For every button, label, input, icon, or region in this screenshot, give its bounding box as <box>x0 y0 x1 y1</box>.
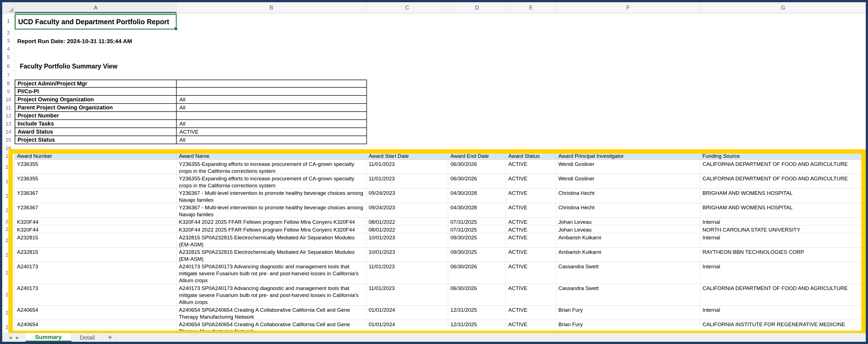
filter-label[interactable]: Project Owning Organization <box>15 96 177 104</box>
tab-summary[interactable]: Summary <box>26 333 71 342</box>
cell-award-status[interactable]: ACTIVE <box>506 218 556 225</box>
tab-detail[interactable]: Detail <box>71 333 103 342</box>
cell-award-name[interactable]: A240654 SP0A240654 Creating A Collaborat… <box>177 320 366 333</box>
filter-value[interactable]: All <box>177 136 367 144</box>
awards-header-pi[interactable]: Award Principal Investigator <box>556 152 700 160</box>
cell-award-start-date[interactable]: 09/24/2023 <box>366 203 448 218</box>
cell-award-end-date[interactable]: 04/30/2028 <box>448 203 506 218</box>
cell-award-start-date[interactable]: 01/01/2024 <box>366 306 448 320</box>
cell-award-number[interactable]: K320F44 <box>15 225 177 233</box>
filter-label[interactable]: PI/Co-PI <box>15 88 177 96</box>
row-number[interactable]: 27 <box>2 284 15 306</box>
cell-award-end-date[interactable]: 04/30/2028 <box>448 189 506 203</box>
row-number[interactable]: 11 <box>2 104 15 112</box>
cell-award-end-date[interactable]: 06/30/2026 <box>448 174 506 189</box>
row-number[interactable]: 22 <box>2 218 15 225</box>
filter-value[interactable]: All <box>177 104 367 112</box>
row-number[interactable]: 8 <box>2 80 15 88</box>
cell-award-status[interactable]: ACTIVE <box>506 248 556 262</box>
column-header-c[interactable]: C <box>366 2 448 13</box>
cell-award-pi[interactable]: Johan Leveau <box>556 225 700 233</box>
awards-header-award-name[interactable]: Award Name <box>177 152 366 160</box>
row-number[interactable]: 16 <box>2 144 15 152</box>
row-number[interactable]: 29 <box>2 320 15 333</box>
cell-award-number[interactable]: Y236367 <box>15 203 177 218</box>
column-header-e[interactable]: E <box>506 2 556 13</box>
cell-award-name[interactable]: A240654 SP0A240654 Creating A Collaborat… <box>177 306 366 320</box>
filter-value[interactable] <box>177 80 367 88</box>
cell-award-start-date[interactable]: 11/01/2023 <box>366 174 448 189</box>
cell-award-end-date[interactable]: 07/31/2025 <box>448 225 506 233</box>
awards-header-award-number[interactable]: Award Number <box>15 152 177 160</box>
cell-award-number[interactable]: K320F44 <box>15 218 177 225</box>
cell-award-funding-source[interactable]: CALIFORNIA DEPARTMENT OF FOOD AND AGRICU… <box>700 284 866 306</box>
cell-award-funding-source[interactable]: Internal <box>700 218 866 225</box>
filter-value[interactable]: All <box>177 120 367 128</box>
cell-award-number[interactable]: A240173 <box>15 262 177 284</box>
cell-award-name[interactable]: A240173 SP0A240173 Advancing diagnostic … <box>177 284 366 306</box>
cell-award-pi[interactable]: Ambarish Kulkarni <box>556 248 700 262</box>
cell-award-status[interactable]: ACTIVE <box>506 160 556 174</box>
cell-award-pi[interactable]: Wendi Gosliner <box>556 160 700 174</box>
cell-award-name[interactable]: Y236355-Expanding efforts to increase pr… <box>177 174 366 189</box>
row-number[interactable]: 20 <box>2 189 15 203</box>
select-all-corner[interactable] <box>2 2 15 13</box>
filter-label[interactable]: Project Status <box>15 136 177 144</box>
cell-award-name[interactable]: A240173 SP0A240173 Advancing diagnostic … <box>177 262 366 284</box>
cell-award-status[interactable]: ACTIVE <box>506 284 556 306</box>
cell-award-status[interactable]: ACTIVE <box>506 306 556 320</box>
filter-value[interactable]: All <box>177 96 367 104</box>
cell-award-funding-source[interactable]: Internal <box>700 306 866 320</box>
cell-award-pi[interactable]: Brian Fury <box>556 320 700 333</box>
row-number[interactable]: 1 <box>2 13 15 29</box>
row-number[interactable]: 5 <box>2 53 15 61</box>
cell-award-status[interactable]: ACTIVE <box>506 174 556 189</box>
cell-award-pi[interactable]: Johan Leveau <box>556 218 700 225</box>
cell-award-status[interactable]: ACTIVE <box>506 233 556 248</box>
cell-award-name[interactable]: K320F44 2022 2025 FFAR Fellows program F… <box>177 225 366 233</box>
filter-label[interactable]: Project Number <box>15 112 177 120</box>
awards-header-start-date[interactable]: Award Start Date <box>366 152 448 160</box>
row-number[interactable]: 12 <box>2 112 15 120</box>
cell-award-start-date[interactable]: 01/01/2024 <box>366 320 448 333</box>
cell-award-funding-source[interactable]: BRIGHAM AND WOMENS HOSPITAL <box>700 189 866 203</box>
filter-label[interactable]: Project Admin/Project Mgr <box>15 80 177 88</box>
cell-award-funding-source[interactable]: Internal <box>700 233 866 248</box>
tab-scroll-left-icon[interactable]: ◀ <box>7 335 14 340</box>
column-header-g[interactable]: G <box>700 2 866 13</box>
cell-award-end-date[interactable]: 09/30/2025 <box>448 233 506 248</box>
cell-award-number[interactable]: A232815 <box>15 248 177 262</box>
cell-award-funding-source[interactable]: CALIFORNIA DEPARTMENT OF FOOD AND AGRICU… <box>700 160 866 174</box>
cell-award-start-date[interactable]: 11/01/2023 <box>366 160 448 174</box>
cell-award-funding-source[interactable]: BRIGHAM AND WOMENS HOSPITAL <box>700 203 866 218</box>
cell-award-status[interactable]: ACTIVE <box>506 189 556 203</box>
cell-award-number[interactable]: A240654 <box>15 320 177 333</box>
cell-award-name[interactable]: Y236367 - Multi-level intervention to pr… <box>177 203 366 218</box>
row-number[interactable]: 21 <box>2 203 15 218</box>
row-number[interactable]: 13 <box>2 120 15 128</box>
cell-award-status[interactable]: ACTIVE <box>506 225 556 233</box>
cell-award-number[interactable]: Y236367 <box>15 189 177 203</box>
row-number[interactable]: 28 <box>2 306 15 320</box>
cell-award-end-date[interactable]: 06/30/2026 <box>448 284 506 306</box>
tab-scroll-right-icon[interactable]: ▶ <box>14 335 21 340</box>
row-number[interactable]: 3 <box>2 37 15 45</box>
cell-award-number[interactable]: Y236355 <box>15 160 177 174</box>
row-number[interactable]: 14 <box>2 128 15 136</box>
column-header-b[interactable]: B <box>177 2 366 13</box>
cell-award-end-date[interactable]: 06/30/2026 <box>448 160 506 174</box>
cell-award-pi[interactable]: Cassandra Swett <box>556 262 700 284</box>
row-number[interactable]: 6 <box>2 61 15 71</box>
add-sheet-button[interactable]: + <box>103 333 117 342</box>
cell-award-funding-source[interactable]: CALIFORNIA INSTITUTE FOR REGENERATIVE ME… <box>700 320 866 333</box>
cell-award-number[interactable]: Y236355 <box>15 174 177 189</box>
cell-award-end-date[interactable]: 07/31/2025 <box>448 218 506 225</box>
cell-award-pi[interactable]: Brian Fury <box>556 306 700 320</box>
row-number[interactable]: 17 <box>2 152 15 160</box>
row-number[interactable]: 9 <box>2 88 15 96</box>
cell-award-start-date[interactable]: 09/24/2023 <box>366 189 448 203</box>
cell-award-name[interactable]: K320F44 2022 2025 FFAR Fellows program F… <box>177 218 366 225</box>
row-number[interactable]: 15 <box>2 136 15 144</box>
cell-award-number[interactable]: A232815 <box>15 233 177 248</box>
filter-value[interactable]: ACTIVE <box>177 128 367 136</box>
